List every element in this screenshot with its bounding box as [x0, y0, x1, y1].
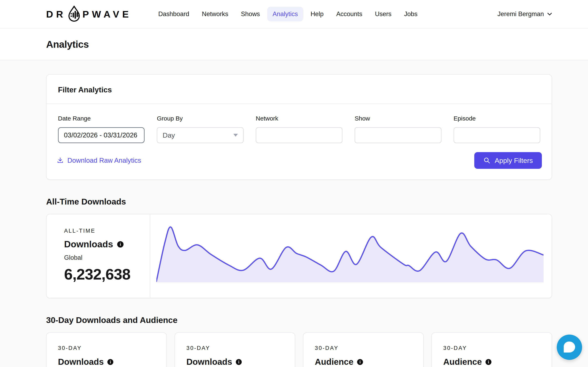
- date-range-label: Date Range: [58, 115, 145, 122]
- stat-metric-label: Downloads: [58, 357, 104, 367]
- search-icon: [483, 157, 491, 164]
- stat-period-label: ALL-TIME: [64, 228, 150, 234]
- field-network: Network: [256, 115, 342, 143]
- stat-period-label: 30-DAY: [443, 345, 544, 351]
- stat-metric-row: Downloads: [186, 357, 287, 367]
- info-icon[interactable]: [357, 359, 363, 365]
- download-link-label: Download Raw Analytics: [67, 157, 141, 164]
- dropwave-logo[interactable]: DR PWAVE: [46, 5, 132, 24]
- chevron-down-icon: [547, 12, 552, 16]
- nav-item-networks[interactable]: Networks: [197, 7, 233, 21]
- stat-period-label: 30-DAY: [58, 345, 158, 351]
- chat-bubble-icon: [564, 342, 575, 352]
- nav-item-analytics[interactable]: Analytics: [267, 7, 303, 21]
- filter-analytics-card: Filter Analytics Date Range Group By Day…: [46, 74, 552, 180]
- stat-card-audience-global: 30-DAY Audience Global 37,065: [303, 332, 424, 367]
- user-menu[interactable]: Jeremi Bergman: [498, 10, 552, 18]
- downloads-area-chart: [156, 223, 544, 282]
- all-time-downloads-card: ALL-TIME Downloads Global 6,232,638: [46, 214, 552, 298]
- stat-card-downloads-us: 30-DAY Downloads United States 144,557: [174, 332, 295, 367]
- info-icon[interactable]: [236, 359, 242, 365]
- nav-item-help[interactable]: Help: [305, 7, 329, 21]
- nav-item-accounts[interactable]: Accounts: [331, 7, 368, 21]
- stat-metric-label: Audience: [315, 357, 354, 367]
- stat-period-label: 30-DAY: [186, 345, 287, 351]
- select-arrow-icon: [233, 134, 238, 137]
- main-nav: Dashboard Networks Shows Analytics Help …: [153, 7, 423, 21]
- all-time-stat-pane: ALL-TIME Downloads Global 6,232,638: [47, 214, 150, 298]
- stat-metric-label: Audience: [443, 357, 482, 367]
- field-episode: Episode: [454, 115, 540, 143]
- show-input[interactable]: [355, 127, 441, 143]
- group-by-label: Group By: [157, 115, 243, 122]
- download-raw-analytics-link[interactable]: Download Raw Analytics: [57, 157, 141, 164]
- episode-input[interactable]: [454, 127, 540, 143]
- apply-filters-label: Apply Filters: [495, 157, 533, 165]
- top-navigation: DR PWAVE Dashboard Networks Shows Analyt…: [0, 0, 588, 29]
- stat-scope-label: Global: [64, 254, 150, 261]
- stat-metric-row: Audience: [315, 357, 415, 367]
- stat-value: 6,232,638: [64, 266, 150, 283]
- info-icon[interactable]: [107, 359, 113, 365]
- logo-text-right: PWAVE: [82, 8, 132, 20]
- stat-card-downloads-global: 30-DAY Downloads Global 171,488: [46, 332, 167, 367]
- field-group-by: Group By Day: [157, 115, 243, 143]
- stat-metric-label: Downloads: [64, 239, 113, 250]
- field-show: Show: [355, 115, 441, 143]
- logo-text-left: DR: [46, 8, 66, 20]
- chat-launcher-button[interactable]: [557, 334, 582, 360]
- page-title: Analytics: [46, 39, 89, 50]
- show-label: Show: [355, 115, 441, 122]
- filter-fields-row: Date Range Group By Day Network Show Epi…: [47, 104, 552, 143]
- field-date-range: Date Range: [58, 115, 145, 143]
- filter-card-header: Filter Analytics: [47, 75, 552, 104]
- nav-item-users[interactable]: Users: [370, 7, 397, 21]
- thirty-day-cards-row: 30-DAY Downloads Global 171,488 30-DAY D…: [46, 332, 552, 367]
- date-range-input[interactable]: [58, 127, 145, 143]
- dropwave-drop-icon: [67, 5, 82, 22]
- nav-item-jobs[interactable]: Jobs: [399, 7, 423, 21]
- network-label: Network: [256, 115, 342, 122]
- network-input[interactable]: [256, 127, 342, 143]
- group-by-select[interactable]: Day: [157, 127, 243, 143]
- page-header: Analytics: [0, 29, 588, 60]
- all-time-section-title: All-Time Downloads: [46, 197, 552, 207]
- stat-metric-label: Downloads: [186, 357, 232, 367]
- user-name: Jeremi Bergman: [498, 10, 544, 18]
- stat-metric-row: Audience: [443, 357, 544, 367]
- stat-metric-row: Downloads: [58, 357, 158, 367]
- stat-period-label: 30-DAY: [315, 345, 415, 351]
- group-by-selected-value: Day: [163, 131, 175, 139]
- info-icon[interactable]: [117, 241, 123, 248]
- thirty-day-section-title: 30-Day Downloads and Audience: [46, 315, 552, 325]
- stat-metric-row: Downloads: [64, 239, 150, 250]
- info-icon[interactable]: [485, 359, 492, 365]
- main-content: Filter Analytics Date Range Group By Day…: [0, 74, 588, 367]
- apply-filters-button[interactable]: Apply Filters: [474, 152, 542, 169]
- all-time-chart-pane: [150, 214, 552, 298]
- filter-actions-row: Download Raw Analytics Apply Filters: [47, 143, 552, 179]
- episode-label: Episode: [454, 115, 540, 122]
- nav-item-shows[interactable]: Shows: [236, 7, 265, 21]
- filter-card-title: Filter Analytics: [58, 86, 540, 94]
- download-icon: [57, 157, 64, 164]
- stat-card-audience-us: 30-DAY Audience United States 30,822: [432, 332, 552, 367]
- nav-item-dashboard[interactable]: Dashboard: [153, 7, 195, 21]
